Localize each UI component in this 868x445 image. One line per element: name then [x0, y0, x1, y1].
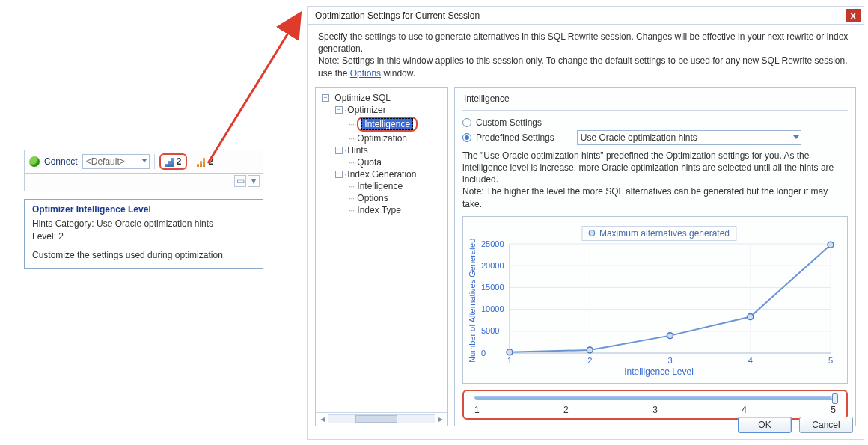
chart-ytick: 20000 [481, 261, 504, 270]
maximize-icon[interactable]: ▭ [234, 175, 246, 187]
connect-icon [29, 156, 40, 167]
tooltip-title: Optimizer Intelligence Level [32, 204, 255, 215]
scroll-thumb[interactable] [355, 415, 398, 423]
close-icon: x [850, 10, 855, 21]
radio-label: Custom Settings [476, 117, 542, 128]
radio-label: Predefined Settings [476, 132, 554, 143]
options-link[interactable]: Options [350, 68, 381, 79]
slider-tick: 3 [652, 405, 658, 415]
app-toolbar: Connect <Default> 2 2 [24, 150, 263, 174]
collapse-icon[interactable]: − [322, 94, 329, 102]
cancel-button[interactable]: Cancel [799, 417, 853, 433]
index-intelligence-button[interactable]: 2 [192, 153, 218, 170]
svg-point-16 [667, 332, 673, 338]
chart-legend: Maximum alternatives generated [581, 226, 736, 241]
desc-line: Specify the settings to use to generate … [318, 31, 848, 54]
optimizer-level-value: 2 [177, 156, 182, 167]
tree-node-optimize-sql[interactable]: − Optimize SQL [319, 92, 444, 104]
radio-selected-icon [462, 133, 471, 142]
chart-ytick: 0 [481, 349, 486, 357]
dialog-description: Specify the settings to use to generate … [308, 25, 864, 82]
chart-xtick: 5 [828, 356, 833, 365]
chart-xtick: 2 [587, 356, 592, 365]
tree-node-optimizer[interactable]: −·Optimizer [319, 104, 444, 116]
intelligence-panel: Intelligence Custom Settings Predefined … [454, 87, 856, 426]
tree-node-ig-index-type[interactable]: ····Index Type [319, 204, 444, 216]
tree-node-hints[interactable]: −·Hints [319, 144, 444, 156]
slider-tick: 4 [742, 405, 747, 415]
divider [462, 110, 848, 111]
connect-label[interactable]: Connect [44, 156, 78, 167]
chart-ytick: 5000 [481, 326, 499, 335]
panel-explain: The "Use Oracle optimization hints" pred… [462, 150, 848, 210]
chart-ytick: 15000 [481, 283, 504, 292]
intelligence-chart: Number of Alternatives Generated Maximum… [462, 216, 848, 384]
slider-tick: 1 [474, 405, 480, 415]
annotation-arrow [195, 6, 322, 171]
connection-dropdown-value: <Default> [86, 156, 125, 167]
radio-custom-settings[interactable]: Custom Settings [462, 117, 848, 128]
scroll-left-icon[interactable]: ◂ [317, 414, 328, 424]
svg-point-15 [587, 347, 593, 353]
connection-dropdown[interactable]: <Default> [82, 154, 150, 169]
chart-xtick: 4 [748, 356, 753, 365]
intelligence-slider[interactable]: 1 2 3 4 5 [462, 390, 848, 420]
slider-rail[interactable] [474, 396, 836, 400]
combo-value: Use Oracle optimization hints [581, 132, 697, 143]
svg-line-0 [208, 15, 299, 163]
chart-ytick: 10000 [481, 304, 504, 313]
slider-fill [475, 396, 831, 399]
radio-icon [462, 118, 471, 127]
slider-ticks: 1 2 3 4 5 [474, 405, 836, 415]
tree-node-ig-options[interactable]: ····Options [319, 192, 444, 204]
bars-icon [165, 156, 174, 167]
dropdown-icon[interactable]: ▾ [248, 175, 260, 187]
scroll-track[interactable] [328, 414, 435, 423]
legend-marker-icon [588, 230, 595, 236]
radio-predefined-settings[interactable]: Predefined Settings [462, 132, 554, 143]
close-button[interactable]: x [846, 9, 861, 22]
svg-point-18 [828, 242, 834, 248]
dialog-title: Optimization Settings for Current Sessio… [315, 10, 480, 21]
tree-node-ig-intelligence[interactable]: ····Intelligence [319, 180, 444, 192]
collapse-icon[interactable]: − [335, 147, 343, 154]
tree-node-quota[interactable]: ····Quota [319, 156, 444, 168]
tooltip: Optimizer Intelligence Level Hints Categ… [24, 199, 263, 269]
desc-line: window. [381, 68, 415, 79]
collapse-icon[interactable]: − [335, 106, 343, 114]
dialog-titlebar: Optimization Settings for Current Sessio… [308, 7, 864, 25]
chart-xtick: 3 [667, 356, 672, 365]
app-toolbar-secondary: ▭ ▾ [24, 174, 263, 191]
tooltip-line: Customize the settings used during optim… [32, 249, 255, 262]
tooltip-line: Hints Category: Use Oracle optimization … [32, 218, 255, 230]
index-level-value: 2 [208, 156, 213, 167]
chart-xtick: 1 [507, 356, 512, 365]
bars-orange-icon [197, 156, 205, 167]
svg-point-14 [507, 349, 513, 355]
slider-tick: 5 [831, 405, 836, 415]
settings-tree: − Optimize SQL −·Optimizer ····Intellige… [315, 87, 448, 426]
separator [154, 154, 155, 169]
tree-node-intelligence[interactable]: ····Intelligence [319, 116, 444, 132]
tree-hscrollbar[interactable]: ◂ ▸ [316, 412, 447, 426]
predefined-settings-combo[interactable]: Use Oracle optimization hints [577, 130, 801, 145]
slider-tick: 2 [563, 405, 569, 415]
legend-label: Maximum alternatives generated [599, 228, 730, 239]
chart-xlabel: Intelligence Level [478, 366, 840, 377]
chart-ylabel: Number of Alternatives Generated [466, 223, 478, 378]
panel-title: Intelligence [462, 92, 848, 105]
collapse-icon[interactable]: − [335, 171, 343, 178]
chevron-down-icon [141, 159, 147, 162]
optimizer-intelligence-button[interactable]: 2 [159, 153, 188, 170]
chart-ytick: 25000 [481, 239, 504, 248]
slider-handle[interactable] [832, 393, 838, 404]
svg-point-17 [748, 313, 754, 319]
tree-node-index-generation[interactable]: −·Index Generation [319, 168, 444, 180]
tooltip-line: Level: 2 [32, 230, 255, 243]
scroll-right-icon[interactable]: ▸ [435, 414, 446, 424]
tree-node-optimization[interactable]: ····Optimization [319, 132, 444, 144]
chevron-down-icon [793, 135, 799, 139]
optimization-settings-dialog: Optimization Settings for Current Sessio… [307, 6, 864, 440]
ok-button[interactable]: OK [738, 417, 792, 433]
